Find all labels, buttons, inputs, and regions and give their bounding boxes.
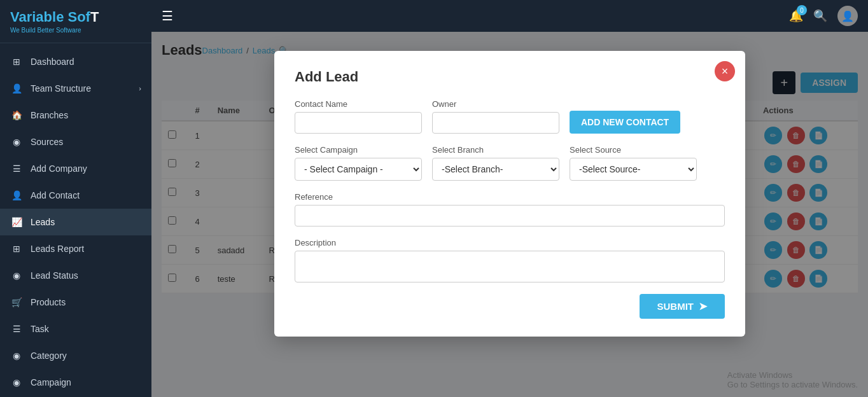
sidebar-item-sources[interactable]: ◉ Sources xyxy=(0,129,151,155)
submit-arrow-icon: ➤ xyxy=(699,300,707,312)
dashboard-icon: ⊞ xyxy=(10,55,23,68)
branch-select[interactable]: -Select Branch- xyxy=(432,158,559,181)
modal-title: Add Lead xyxy=(295,69,725,85)
sidebar-item-label: Branches xyxy=(31,110,68,120)
app-container: Variable SofT We Build Better Software ⊞… xyxy=(0,0,868,397)
owner-input[interactable] xyxy=(432,112,559,134)
add-company-icon: ☰ xyxy=(10,162,23,175)
sidebar-item-label: Category xyxy=(31,351,67,361)
add-lead-modal: Add Lead × Contact Name Owner ADD NEW CO… xyxy=(274,51,745,337)
sidebar: Variable SofT We Build Better Software ⊞… xyxy=(0,0,151,397)
description-label: Description xyxy=(295,238,725,247)
sidebar-item-team-structure[interactable]: 👤 Team Structure › xyxy=(0,75,151,102)
sidebar-item-label: Add Company xyxy=(31,164,87,174)
sidebar-item-label: Task xyxy=(31,324,49,334)
add-new-contact-button[interactable]: ADD NEW CONTACT xyxy=(570,111,680,134)
avatar[interactable]: 👤 xyxy=(837,6,858,26)
form-group-source: Select Source -Select Source- xyxy=(570,145,697,181)
sidebar-item-label: Dashboard xyxy=(31,57,74,67)
sources-icon: ◉ xyxy=(10,136,23,148)
chevron-icon: › xyxy=(139,85,141,92)
add-contact-icon: 👤 xyxy=(10,189,23,202)
logo: Variable SofT We Build Better Software xyxy=(0,0,151,43)
branches-icon: 🏠 xyxy=(10,109,23,122)
source-select[interactable]: -Select Source- xyxy=(570,158,697,181)
form-group-contact-name: Contact Name xyxy=(295,99,422,134)
source-label: Select Source xyxy=(570,145,697,155)
sidebar-item-category[interactable]: ◉ Category xyxy=(0,342,151,369)
form-group-campaign: Select Campaign - Select Campaign - xyxy=(295,145,422,181)
contact-name-label: Contact Name xyxy=(295,99,422,109)
form-group-description: Description xyxy=(295,238,725,282)
logo-text: Variable SofT xyxy=(10,9,141,25)
sidebar-item-label: Team Structure xyxy=(31,83,91,94)
sidebar-item-label: Leads xyxy=(31,217,55,227)
notification-badge: 0 xyxy=(797,5,807,15)
content-area: Leads Dashboard / Leads 🔍 + ASSIGN # N xyxy=(151,32,868,397)
form-group-branch: Select Branch -Select Branch- xyxy=(432,145,559,181)
owner-label: Owner xyxy=(432,99,559,109)
form-row-2: Select Campaign - Select Campaign - Sele… xyxy=(295,145,725,181)
form-row-3: Reference xyxy=(295,192,725,226)
sidebar-item-label: Leads Report xyxy=(31,244,84,254)
sidebar-item-add-contact[interactable]: 👤 Add Contact xyxy=(0,182,151,209)
logo-sub: We Build Better Software xyxy=(10,27,141,34)
leads-icon: 📈 xyxy=(10,216,23,228)
campaign-icon: ◉ xyxy=(10,376,23,389)
sidebar-item-label: Sources xyxy=(31,137,63,147)
form-group-reference: Reference xyxy=(295,192,725,226)
form-row-4: Description xyxy=(295,238,725,282)
lead-status-icon: ◉ xyxy=(10,269,23,282)
sidebar-item-dashboard[interactable]: ⊞ Dashboard xyxy=(0,48,151,75)
branch-label: Select Branch xyxy=(432,145,559,155)
logo-t: T xyxy=(90,9,99,25)
sidebar-item-label: Lead Status xyxy=(31,270,78,281)
form-group-owner: Owner xyxy=(432,99,559,134)
reference-label: Reference xyxy=(295,192,725,202)
sidebar-item-campaign[interactable]: ◉ Campaign xyxy=(0,369,151,396)
campaign-label: Select Campaign xyxy=(295,145,422,155)
sidebar-item-label: Add Contact xyxy=(31,190,80,200)
sidebar-item-label: Products xyxy=(31,297,66,307)
contact-name-input[interactable] xyxy=(295,112,422,134)
description-input[interactable] xyxy=(295,251,725,282)
sidebar-item-task[interactable]: ☰ Task xyxy=(0,316,151,342)
leads-report-icon: ⊞ xyxy=(10,242,23,255)
campaign-select[interactable]: - Select Campaign - xyxy=(295,158,422,181)
team-icon: 👤 xyxy=(10,82,23,95)
sidebar-item-branches[interactable]: 🏠 Branches xyxy=(0,102,151,129)
submit-button[interactable]: SUBMIT ➤ xyxy=(640,294,725,319)
hamburger-icon[interactable]: ☰ xyxy=(162,8,173,24)
products-icon: 🛒 xyxy=(10,296,23,309)
topbar: ☰ 🔔 0 🔍 👤 xyxy=(151,0,868,32)
modal-close-button[interactable]: × xyxy=(715,61,735,81)
sidebar-item-label: Campaign xyxy=(31,377,71,387)
sidebar-nav: ⊞ Dashboard 👤 Team Structure › 🏠 Branche… xyxy=(0,43,151,397)
notification-icon[interactable]: 🔔 0 xyxy=(789,9,803,23)
form-submit-row: SUBMIT ➤ xyxy=(295,294,725,319)
logo-variable: Variable Sof xyxy=(10,9,90,25)
search-icon[interactable]: 🔍 xyxy=(813,9,827,23)
sidebar-item-leads-report[interactable]: ⊞ Leads Report xyxy=(0,235,151,262)
sidebar-item-lead-status[interactable]: ◉ Lead Status xyxy=(0,262,151,289)
task-icon: ☰ xyxy=(10,323,23,335)
sidebar-item-products[interactable]: 🛒 Products xyxy=(0,289,151,316)
modal-overlay: Add Lead × Contact Name Owner ADD NEW CO… xyxy=(151,32,868,397)
submit-label: SUBMIT xyxy=(657,301,694,312)
main-area: ☰ 🔔 0 🔍 👤 Leads Dashboard / Leads 🔍 xyxy=(151,0,868,397)
sidebar-item-leads[interactable]: 📈 Leads xyxy=(0,209,151,235)
form-row-1: Contact Name Owner ADD NEW CONTACT xyxy=(295,99,725,134)
sidebar-item-add-company[interactable]: ☰ Add Company xyxy=(0,155,151,182)
category-icon: ◉ xyxy=(10,349,23,362)
reference-input[interactable] xyxy=(295,205,725,226)
